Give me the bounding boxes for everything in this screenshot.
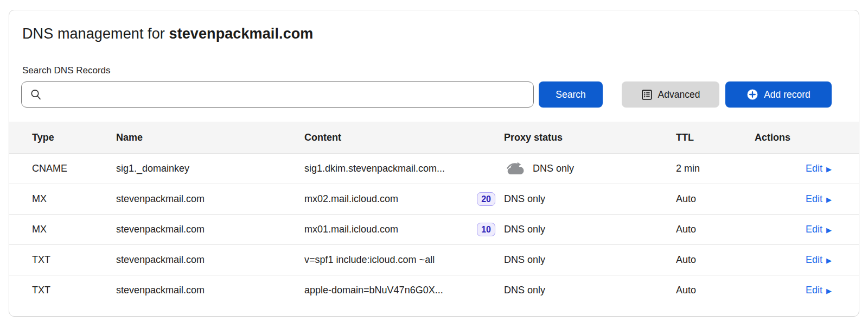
search-input[interactable] [21,81,534,108]
advanced-button[interactable]: Advanced [622,81,719,108]
dns-records-table: Type Name Content Proxy status TTL Actio… [9,122,859,305]
record-name: stevenpackmail.com [107,285,296,296]
header-content: Content [296,132,495,143]
record-actions: Edit ▶ [746,254,832,266]
edit-arrow-icon: ▶ [826,166,832,173]
record-content-text: sig1.dkim.stevenpackmail.com... [304,163,445,174]
proxy-status-cell: DNS only [495,285,667,296]
record-ttl: Auto [667,254,746,266]
record-type: TXT [23,285,107,296]
table-row: TXT stevenpackmail.com v=spf1 include:ic… [9,244,859,275]
record-name: stevenpackmail.com [107,224,296,235]
table-header-row: Type Name Content Proxy status TTL Actio… [9,122,859,153]
list-document-icon [641,89,653,100]
search-controls-row: Search Advanced [9,81,859,108]
record-actions: Edit ▶ [746,224,832,235]
table-row: MX stevenpackmail.com mx01.mail.icloud.c… [9,214,859,244]
record-content: v=spf1 include:icloud.com ~all [296,254,495,266]
record-type: CNAME [23,163,107,174]
dns-only-cloud-icon [504,161,526,176]
proxy-status-cell: DNS only [495,224,667,235]
record-content: apple-domain=bNuV47n6G0X... [296,285,495,296]
record-content: mx02.mail.icloud.com 20 [296,192,495,206]
edit-record-link[interactable]: Edit ▶ [806,193,832,205]
record-name: stevenpackmail.com [107,193,296,205]
record-content-text: apple-domain=bNuV47n6G0X... [304,285,443,296]
record-actions: Edit ▶ [746,163,832,174]
search-dns-records-label: Search DNS Records [22,65,846,76]
proxy-status-text: DNS only [504,224,545,235]
record-content: sig1.dkim.stevenpackmail.com... [296,163,495,174]
page-title: DNS management for stevenpackmail.com [9,26,859,42]
edit-record-link[interactable]: Edit ▶ [806,285,832,296]
search-icon [30,89,42,100]
edit-link-label: Edit [806,163,822,174]
record-type: TXT [23,254,107,266]
edit-link-label: Edit [806,193,822,205]
add-record-button[interactable]: Add record [725,81,832,108]
mx-priority-badge: 10 [477,223,495,236]
edit-link-label: Edit [806,224,822,235]
page-title-domain: stevenpackmail.com [169,26,314,42]
table-row: MX stevenpackmail.com mx02.mail.icloud.c… [9,184,859,214]
edit-link-label: Edit [806,254,822,266]
edit-arrow-icon: ▶ [826,287,832,294]
record-content: mx01.mail.icloud.com 10 [296,223,495,236]
record-ttl: 2 min [667,163,746,174]
table-row: TXT stevenpackmail.com apple-domain=bNuV… [9,275,859,305]
proxy-status-text: DNS only [504,254,545,266]
search-input-wrap [21,81,534,108]
record-content-text: v=spf1 include:icloud.com ~all [304,254,435,266]
edit-link-label: Edit [806,285,822,296]
search-button[interactable]: Search [539,81,603,108]
proxy-status-text: DNS only [504,285,545,296]
record-actions: Edit ▶ [746,285,832,296]
proxy-status-cell: DNS only [495,254,667,266]
record-name: stevenpackmail.com [107,254,296,266]
edit-arrow-icon: ▶ [826,196,832,203]
record-ttl: Auto [667,224,746,235]
header-actions: Actions [746,132,832,143]
proxy-status-cell: DNS only [495,193,667,205]
dns-management-card: DNS management for stevenpackmail.com Se… [9,10,859,317]
record-content-text: mx02.mail.icloud.com [304,193,398,205]
page-title-prefix: DNS management for [22,26,169,42]
record-type: MX [23,193,107,205]
record-type: MX [23,224,107,235]
search-button-label: Search [556,89,585,100]
add-record-button-label: Add record [764,89,810,100]
record-name: sig1._domainkey [107,163,296,174]
record-content-text: mx01.mail.icloud.com [304,224,398,235]
proxy-status-cell: DNS only [495,161,667,176]
mx-priority-badge: 20 [477,192,495,206]
record-ttl: Auto [667,285,746,296]
proxy-status-text: DNS only [533,163,574,174]
edit-arrow-icon: ▶ [826,227,832,234]
plus-circle-icon [746,89,758,100]
advanced-button-label: Advanced [658,89,700,100]
edit-record-link[interactable]: Edit ▶ [806,254,832,266]
header-proxy-status: Proxy status [495,132,667,143]
header-ttl: TTL [667,132,746,143]
edit-record-link[interactable]: Edit ▶ [806,224,832,235]
header-type: Type [23,132,107,143]
edit-arrow-icon: ▶ [826,257,832,264]
table-body: CNAME sig1._domainkey sig1.dkim.stevenpa… [9,153,859,305]
record-ttl: Auto [667,193,746,205]
proxy-status-text: DNS only [504,193,545,205]
header-name: Name [107,132,296,143]
record-actions: Edit ▶ [746,193,832,205]
edit-record-link[interactable]: Edit ▶ [806,163,832,174]
table-row: CNAME sig1._domainkey sig1.dkim.stevenpa… [9,153,859,184]
